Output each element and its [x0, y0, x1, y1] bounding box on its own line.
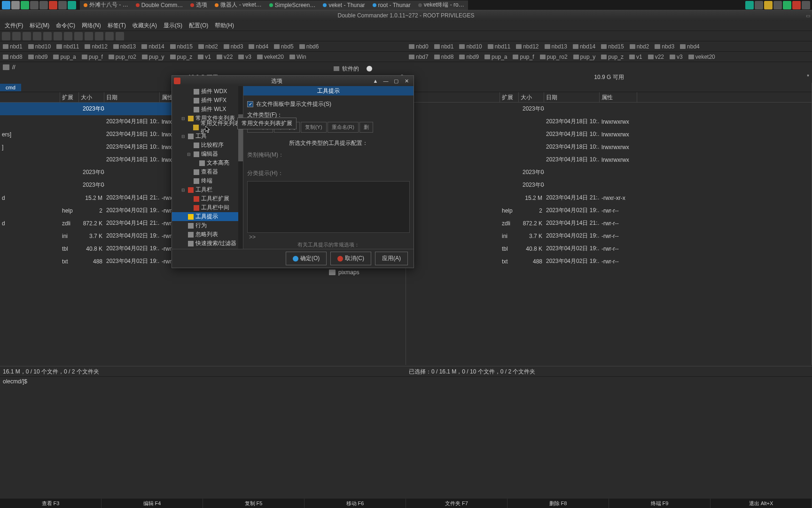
- tree-node[interactable]: 查看器: [172, 167, 243, 176]
- options-tree[interactable]: 插件 WDX插件 WFX插件 WLX⊟常用文件夹列表常用文件夹列表扩⊟工具比较程…: [172, 86, 243, 249]
- col-date[interactable]: 日期: [544, 92, 600, 102]
- drive-tab[interactable]: nbd4: [246, 43, 271, 50]
- taskbar-app[interactable]: root - Thunar: [369, 0, 414, 10]
- drive-tab[interactable]: nbd9: [25, 54, 51, 60]
- tree-node[interactable]: 快速搜索/过滤器: [172, 239, 243, 248]
- panel-tab[interactable]: cmd: [0, 84, 21, 91]
- drive-tab[interactable]: pup_y: [139, 54, 167, 60]
- launcher-icon[interactable]: [49, 1, 57, 9]
- tree-node[interactable]: 插件 WLX: [172, 105, 243, 114]
- drive-tab[interactable]: v22: [645, 54, 667, 60]
- drive-tab[interactable]: nbd7: [406, 54, 431, 60]
- launcher-icon[interactable]: [30, 1, 39, 9]
- drive-tab[interactable]: nbd10: [25, 43, 54, 50]
- tree-node[interactable]: 工具栏扩展: [172, 194, 243, 203]
- col-name[interactable]: [0, 92, 60, 102]
- tree-node[interactable]: 工具提示: [172, 212, 243, 221]
- taskbar-app[interactable]: 微器人 - veket…: [211, 0, 265, 10]
- launcher-icon[interactable]: [68, 1, 76, 9]
- dialog-titlebar[interactable]: 选项 ▲ — ▢ ✕: [172, 76, 414, 86]
- drive-tab[interactable]: nbd11: [485, 43, 513, 50]
- star-button[interactable]: *: [807, 73, 809, 80]
- hint-field[interactable]: [247, 181, 410, 233]
- function-key[interactable]: 文件夹 F7: [406, 499, 508, 508]
- drive-tab[interactable]: nbd3: [221, 43, 246, 50]
- drive-tab[interactable]: pup_z: [598, 54, 626, 60]
- function-key[interactable]: 复制 F5: [203, 499, 304, 508]
- taskbar-app[interactable]: SimpleScreen…: [265, 0, 320, 10]
- drive-tab[interactable]: v1: [626, 54, 645, 60]
- function-key[interactable]: 移动 F6: [304, 499, 406, 508]
- drive-tab[interactable]: nbd2: [195, 43, 221, 50]
- col-size[interactable]: 大小: [79, 92, 104, 102]
- taskbar-app[interactable]: 选项: [187, 0, 211, 10]
- tree-node[interactable]: 忽略列表: [172, 230, 243, 239]
- maximize-button[interactable]: ▢: [391, 78, 401, 84]
- tray-icon[interactable]: [802, 1, 810, 9]
- cancel-button[interactable]: 取消(C): [330, 252, 371, 265]
- drive-tab[interactable]: pup_f: [79, 54, 106, 60]
- toolbar-button[interactable]: [95, 32, 103, 40]
- menu-item[interactable]: 显示(S): [161, 21, 185, 31]
- file-row[interactable]: txt4882023年04月02日 19:..-rwr-r--: [406, 255, 812, 268]
- drive-tab[interactable]: nbd8: [0, 54, 25, 60]
- tree-node[interactable]: 工具栏中间: [172, 203, 243, 212]
- file-row[interactable]: 2023年04月18日 10:..drwxr-xr-x: [406, 179, 812, 191]
- menu-item[interactable]: 文件(F): [2, 21, 26, 31]
- toolbar-button[interactable]: [64, 32, 72, 40]
- drive-tab[interactable]: nbd3: [652, 43, 677, 50]
- toolbar-button[interactable]: [2, 32, 10, 40]
- launcher-icon[interactable]: [11, 1, 20, 9]
- drive-tab[interactable]: nbd14: [570, 43, 598, 50]
- file-row[interactable]: 2023年04月18日 10:..drwxr-xr-x: [406, 103, 812, 115]
- drive-tab[interactable]: nbd15: [598, 43, 626, 50]
- tree-node[interactable]: ⊟工具栏: [172, 185, 243, 194]
- launcher-icon[interactable]: [58, 1, 67, 9]
- launcher-icon[interactable]: [39, 1, 48, 9]
- tree-scrollbar[interactable]: [238, 86, 243, 249]
- drive-tab[interactable]: pup_f: [510, 54, 537, 60]
- drive-tab[interactable]: nbd12: [82, 43, 110, 50]
- right-filelist[interactable]: 2023年04月18日 10:..drwxr-xr-x2023年04月18日 1…: [406, 103, 812, 365]
- tree-node[interactable]: 终端: [172, 176, 243, 185]
- ok-button[interactable]: 确定(O): [286, 252, 327, 265]
- file-row[interactable]: zdli872.2 K2023年04月14日 21:..-rwr-r--: [406, 217, 812, 230]
- tray-icon[interactable]: [773, 1, 782, 9]
- drive-tab[interactable]: v3: [667, 54, 686, 60]
- type-button[interactable]: 删: [359, 122, 373, 133]
- drive-tab[interactable]: nbd4: [677, 43, 703, 50]
- drive-tab[interactable]: nbd10: [456, 43, 484, 50]
- tree-node[interactable]: 插件 WFX: [172, 96, 243, 105]
- drive-tab[interactable]: pup_y: [570, 54, 599, 60]
- toolbar-button[interactable]: [74, 32, 83, 40]
- file-row[interactable]: ini3.7 K2023年04月02日 19:..-rwr-r--: [406, 230, 812, 242]
- drive-tab[interactable]: nbd1: [431, 43, 457, 50]
- toolbar-button[interactable]: [12, 32, 21, 40]
- tray-icon[interactable]: [783, 1, 791, 9]
- file-row[interactable]: 2023年04月18日 10:..lrwxrwxrwx: [406, 153, 812, 166]
- menu-item[interactable]: 命令(C): [53, 21, 78, 31]
- drive-tab[interactable]: nbd9: [456, 54, 482, 60]
- minimize-button[interactable]: —: [381, 78, 391, 84]
- tray-icon[interactable]: [745, 1, 754, 9]
- close-button[interactable]: ✕: [401, 78, 412, 84]
- toolbar-button[interactable]: [85, 32, 93, 40]
- drive-tab[interactable]: nbd14: [139, 43, 167, 50]
- drive-tab[interactable]: nbd0: [406, 43, 431, 50]
- drive-tab[interactable]: nbd5: [271, 43, 297, 50]
- drive-tab[interactable]: Win: [287, 54, 309, 60]
- drive-tab[interactable]: nbd15: [167, 43, 195, 50]
- tree-node[interactable]: ⊟编辑器: [172, 150, 243, 159]
- window-min-icon[interactable]: ▭: [806, 13, 810, 18]
- col-date[interactable]: 日期: [104, 92, 160, 102]
- taskbar-app[interactable]: 外滩十八号 - …: [80, 0, 132, 10]
- launcher-icon[interactable]: [21, 1, 29, 9]
- command-prompt[interactable]: olecmd/]$: [0, 376, 812, 387]
- rollup-button[interactable]: ▲: [370, 78, 381, 84]
- tray-icon[interactable]: [764, 1, 773, 9]
- drive-tab[interactable]: pup_ro2: [106, 54, 139, 60]
- apply-button[interactable]: 应用(A): [375, 252, 408, 265]
- drive-tab[interactable]: nbd13: [542, 43, 570, 50]
- file-row[interactable]: 2023年04月18日 10:..drwxr-xr-x: [406, 166, 812, 179]
- toolbar-button[interactable]: [105, 32, 114, 40]
